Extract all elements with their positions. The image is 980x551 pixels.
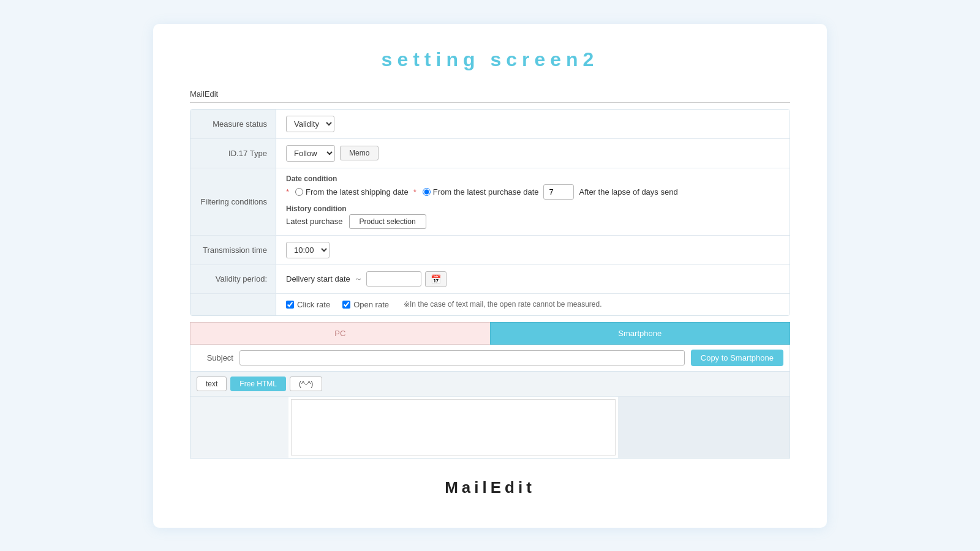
- bottom-title: MailEdit: [190, 478, 790, 497]
- click-rate-checkbox[interactable]: [286, 301, 294, 309]
- measure-status-select[interactable]: Validity Invalid: [286, 116, 334, 132]
- tracking-row: Click rate Open rate ※In the case of tex…: [190, 294, 790, 315]
- validity-period-content: Delivery start date ～ 📅: [276, 265, 790, 293]
- radio-shipping-label: From the latest shipping date: [306, 187, 409, 197]
- date-condition-label: Date condition: [286, 174, 678, 183]
- type-label: Type: [250, 149, 267, 158]
- history-condition-block: History condition Latest purchase Produc…: [286, 204, 426, 229]
- validity-period-label: Validity period:: [190, 265, 276, 293]
- measure-status-content: Validity Invalid: [276, 110, 790, 138]
- filtering-label: Filtering conditions: [190, 168, 276, 235]
- id-type-label: ID.17 Type: [190, 139, 276, 168]
- after-label: After the lapse of days send: [579, 187, 677, 197]
- tab-smartphone[interactable]: Smartphone: [490, 322, 791, 345]
- tab-bar: PC Smartphone: [190, 322, 790, 345]
- editor-main[interactable]: [291, 399, 616, 455]
- editor-container: text Free HTML (^-^): [190, 372, 790, 459]
- transmission-time-select[interactable]: 10:00 11:00 12:00: [286, 242, 330, 258]
- delivery-start-label: Delivery start date: [286, 274, 350, 283]
- id-type-row: ID.17 Type Follow New Repeat Memo: [190, 139, 790, 168]
- tilde: ～: [354, 274, 363, 285]
- required-star-1: *: [286, 187, 289, 197]
- transmission-content: 10:00 11:00 12:00: [276, 236, 790, 264]
- transmission-label: Transmission time: [190, 236, 276, 264]
- section-header: MailEdit: [190, 89, 790, 103]
- tracking-label: [190, 294, 276, 315]
- calendar-icon[interactable]: 📅: [425, 271, 447, 287]
- type-select[interactable]: Follow New Repeat: [286, 145, 335, 162]
- form-section: Measure status Validity Invalid ID.17 Ty…: [190, 109, 790, 459]
- subject-label: Subject: [197, 353, 233, 362]
- radio-purchase-label: From the latest purchase date: [433, 187, 539, 197]
- outer-card: setting screen2 MailEdit Measure status …: [153, 24, 827, 528]
- days-input[interactable]: [543, 184, 574, 200]
- radio-purchase[interactable]: From the latest purchase date: [423, 187, 539, 197]
- date-condition-row: * From the latest shipping date * From t…: [286, 184, 678, 200]
- transmission-row: Transmission time 10:00 11:00 12:00: [190, 236, 790, 265]
- validity-date-input[interactable]: [366, 271, 421, 287]
- tracking-content: Click rate Open rate ※In the case of tex…: [276, 294, 790, 315]
- filtering-content: Date condition * From the latest shippin…: [276, 168, 790, 235]
- editor-toolbar: text Free HTML (^-^): [190, 372, 790, 397]
- history-condition-label: History condition: [286, 204, 426, 213]
- id-label: ID.17: [228, 149, 247, 158]
- measure-status-row: Measure status Validity Invalid: [190, 110, 790, 139]
- radio-shipping[interactable]: From the latest shipping date: [295, 187, 409, 197]
- validity-period-row: Validity period: Delivery start date ～ 📅: [190, 265, 790, 294]
- free-html-button[interactable]: Free HTML: [230, 377, 286, 391]
- subject-input[interactable]: [239, 350, 685, 365]
- history-value: Latest purchase: [286, 217, 343, 226]
- radio-shipping-input[interactable]: [295, 188, 303, 196]
- filtering-row: Filtering conditions Date condition * Fr…: [190, 168, 790, 236]
- emoji-button[interactable]: (^-^): [290, 377, 322, 391]
- subject-row: Subject Copy to Smartphone: [190, 345, 790, 372]
- required-star-2: *: [413, 187, 417, 197]
- copy-to-smartphone-button[interactable]: Copy to Smartphone: [691, 350, 783, 366]
- tracking-note: ※In the case of text mail, the open rate…: [404, 300, 602, 309]
- open-rate-label[interactable]: Open rate: [342, 300, 389, 309]
- history-row: Latest purchase Product selection: [286, 214, 426, 229]
- open-rate-checkbox[interactable]: [342, 301, 350, 309]
- text-button[interactable]: text: [197, 377, 227, 391]
- page-title: setting screen2: [190, 48, 790, 71]
- memo-button[interactable]: Memo: [340, 146, 379, 160]
- tab-pc[interactable]: PC: [190, 322, 490, 345]
- editor-right-gutter: [618, 397, 790, 458]
- measure-status-label: Measure status: [190, 110, 276, 138]
- editor-left-gutter: [190, 397, 288, 458]
- date-condition-block: Date condition * From the latest shippin…: [286, 174, 678, 200]
- editor-area: [190, 397, 790, 458]
- form-fields: Measure status Validity Invalid ID.17 Ty…: [190, 109, 790, 316]
- product-selection-button[interactable]: Product selection: [349, 214, 426, 229]
- radio-purchase-input[interactable]: [423, 188, 431, 196]
- open-rate-text: Open rate: [353, 300, 389, 309]
- click-rate-text: Click rate: [297, 300, 330, 309]
- click-rate-label[interactable]: Click rate: [286, 300, 330, 309]
- id-type-content: Follow New Repeat Memo: [276, 139, 790, 168]
